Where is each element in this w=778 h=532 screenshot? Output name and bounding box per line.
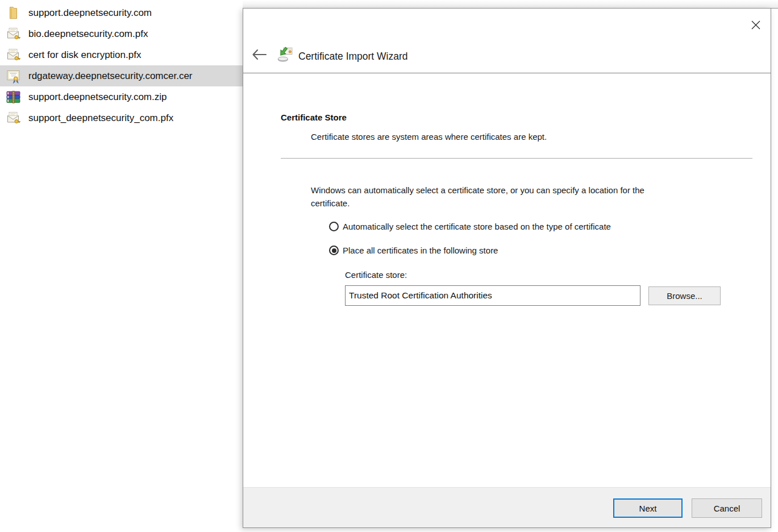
file-list-item[interactable]: cert for disk encryption.pfx — [0, 44, 243, 65]
pfx-certificate-icon — [6, 47, 21, 63]
header-divider — [243, 73, 771, 73]
browse-button[interactable]: Browse... — [648, 286, 721, 305]
file-list-item[interactable]: rdgateway.deepnetsecurity.comcer.cer — [0, 65, 243, 86]
file-list-item[interactable]: support.deepnetsecurity.com.zip — [0, 86, 243, 107]
file-list-item[interactable]: support.deepnetsecurity.com — [0, 2, 243, 23]
winrar-archive-icon — [6, 89, 21, 105]
certificate-import-wizard-dialog: Certificate Import Wizard Certificate St… — [243, 8, 771, 528]
pfx-certificate-icon — [6, 110, 21, 126]
certificate-icon — [6, 68, 21, 84]
file-name: support_deepnetsecurity_com.pfx — [28, 113, 173, 124]
file-name: bio.deepnetsecurity.com.pfx — [28, 28, 148, 40]
intro-line-1: Windows can automatically select a certi… — [311, 185, 630, 195]
pfx-certificate-icon — [6, 26, 21, 41]
pfx-certificate-icon — [6, 110, 21, 126]
winrar-archive-icon — [6, 89, 21, 105]
radio-place-all-certificates[interactable]: Place all certificates in the following … — [329, 246, 498, 255]
file-list: support.deepnetsecurity.com — [0, 2, 243, 128]
intro-text: Windows can automatically select a certi… — [311, 184, 677, 210]
section-divider — [281, 158, 752, 159]
file-name: support.deepnetsecurity.com.zip — [28, 92, 167, 103]
close-button[interactable] — [746, 16, 765, 34]
radio-button-icon — [329, 222, 339, 231]
file-name: cert for disk encryption.pfx — [28, 49, 141, 61]
pfx-certificate-icon — [6, 47, 21, 63]
background-window-edge — [243, 0, 778, 9]
certificate-store-input[interactable] — [345, 285, 640, 306]
back-arrow-icon — [251, 48, 267, 61]
file-name: support.deepnetsecurity.com — [28, 7, 152, 19]
dialog-footer: Next Cancel — [243, 487, 771, 527]
certificate-store-label: Certificate store: — [345, 270, 407, 280]
file-list-item[interactable]: bio.deepnetsecurity.com.pfx — [0, 23, 243, 44]
file-list-item[interactable]: support_deepnetsecurity_com.pfx — [0, 107, 243, 128]
folder-icon — [6, 5, 21, 20]
page-heading: Certificate Store — [281, 113, 347, 122]
close-icon — [750, 19, 762, 31]
certificate-icon — [6, 68, 21, 84]
file-name: rdgateway.deepnetsecurity.comcer.cer — [28, 70, 193, 82]
dialog-title: Certificate Import Wizard — [298, 49, 408, 63]
pfx-certificate-icon — [6, 26, 21, 41]
radio-button-icon — [329, 246, 339, 255]
certificate-import-wizard-icon — [277, 47, 293, 63]
back-button[interactable] — [250, 47, 268, 62]
cancel-button[interactable]: Cancel — [692, 498, 762, 518]
radio-automatically-select-store[interactable]: Automatically select the certificate sto… — [329, 222, 611, 231]
folder-icon — [6, 5, 21, 20]
next-button[interactable]: Next — [613, 498, 683, 518]
page-subheading: Certificate stores are system areas wher… — [311, 132, 547, 142]
